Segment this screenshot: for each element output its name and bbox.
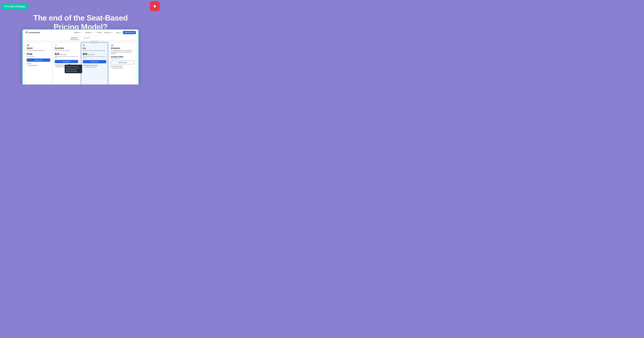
nav-solutions[interactable]: Solutions ▾ xyxy=(84,31,95,34)
essentials-icon: ⚡ xyxy=(55,44,78,46)
svg-rect-3 xyxy=(27,32,28,33)
check-icon: ✓ xyxy=(27,65,28,66)
enterprise-price: Contact Sales xyxy=(111,56,134,58)
nav-pricing[interactable]: Pricing xyxy=(96,31,103,34)
pro-feature-0: ✓ Unlimited feedback notes xyxy=(83,66,106,68)
starter-feature-0: ✓ 50 feedback notes xyxy=(27,65,50,66)
essentials-price-unit: maker/month xyxy=(60,54,67,55)
headline-line1: The end of the Seat-Based xyxy=(0,14,161,22)
pro-price-unit: maker/month xyxy=(88,54,95,55)
essentials-feature-text-0: 250 feedback notes xyxy=(56,66,66,68)
starter-price: Free xyxy=(27,52,50,56)
starter-includes: Includes xyxy=(27,63,50,64)
browser-window: productboard Platform ▾ Solutions ▾ Pric… xyxy=(22,29,139,84)
pro-desc: Align teams to drive real business outco… xyxy=(83,50,106,52)
enterprise-feature-0: ✓ Unlimited Teamspaces xyxy=(111,67,134,69)
pro-price: $59 maker/month xyxy=(83,52,106,56)
nav-resources[interactable]: Resources ▾ xyxy=(103,31,115,34)
logo-text: productboard xyxy=(29,32,40,34)
logo-icon xyxy=(25,31,28,34)
enterprise-desc: For organizations to securely and scalab… xyxy=(111,50,134,54)
essentials-price-note: Billed annually, or $25 billed monthly, … xyxy=(55,56,78,58)
flame-icon xyxy=(152,4,158,9)
starter-feature-text-0: 50 feedback notes xyxy=(28,65,37,66)
navbar: productboard Platform ▾ Solutions ▾ Pric… xyxy=(22,30,138,36)
pro-icon: 🔥 xyxy=(83,44,106,46)
nav-cta-button[interactable]: Start free trial xyxy=(123,31,136,34)
starter-name: Starter xyxy=(27,47,50,49)
badge-label: Pricing strategy xyxy=(4,5,25,8)
enterprise-includes: Everything in Pro, plus xyxy=(111,66,134,67)
plan-pro: Most popular 🔥 Pro Align teams to drive … xyxy=(81,42,108,84)
check-icon: ✓ xyxy=(55,66,56,68)
pro-name: Pro xyxy=(83,47,106,49)
pro-price-amount: $59 xyxy=(83,52,87,56)
starter-icon: 🚀 xyxy=(27,44,50,46)
essentials-price: $19 maker/month xyxy=(55,52,78,56)
essentials-cta-button[interactable]: Start free trial xyxy=(55,60,78,63)
svg-rect-2 xyxy=(26,32,26,33)
check-icon: ✓ xyxy=(83,66,84,68)
svg-rect-0 xyxy=(26,32,26,32)
enterprise-cta-button[interactable]: Request demo xyxy=(111,61,134,64)
plan-starter: 🚀 Starter Get started building better pr… xyxy=(25,42,52,84)
tooltip-text: Makers have full access to edit, update,… xyxy=(66,66,80,72)
tab-monthly[interactable]: Monthly ▾ xyxy=(70,36,79,40)
nav-links: Platform ▾ Solutions ▾ Pricing Resources… xyxy=(73,31,115,34)
pro-cta-button[interactable]: Start free trial xyxy=(83,60,106,63)
essentials-tooltip: Makers have full access to edit, update,… xyxy=(65,65,82,73)
pro-feature-text-0: Unlimited feedback notes xyxy=(84,66,96,68)
starter-cta-button[interactable]: Start free trial xyxy=(27,58,50,62)
starter-price-note: Free for everyone xyxy=(27,56,50,57)
tab-bar: Monthly ▾ Annual ▾ xyxy=(22,36,138,40)
pro-price-note: Billed annually, or $75 billed monthly, … xyxy=(83,56,106,59)
enterprise-price-label: Contact Sales xyxy=(111,56,124,58)
plan-essentials: ⚡ Essentials Prioritize what your custom… xyxy=(53,42,80,84)
essentials-price-amount: $19 xyxy=(55,52,59,56)
enterprise-price-note: Starts with 5 makers xyxy=(111,58,134,60)
enterprise-icon: 🏢 xyxy=(111,44,134,46)
pricing-cards-area: 🚀 Starter Get started building better pr… xyxy=(22,40,138,84)
enterprise-name: Enterprise xyxy=(111,47,134,49)
starter-desc: Get started building better products xyxy=(27,50,50,51)
pricing-strategy-badge: Pricing strategy xyxy=(2,3,28,10)
pro-includes: Everything in Essentials, plus xyxy=(83,65,106,66)
essentials-desc: Prioritize what your customers xyxy=(55,50,78,51)
plan-enterprise: 🏢 Enterprise For organizations to secure… xyxy=(109,42,136,84)
tab-annual[interactable]: Annual ▾ xyxy=(83,36,91,40)
nav-platform[interactable]: Platform ▾ xyxy=(73,31,84,34)
starter-price-label: Free xyxy=(27,52,32,56)
check-icon: ✓ xyxy=(111,67,112,69)
nav-logo: productboard xyxy=(25,31,40,34)
headline: The end of the Seat-Based Pricing Model? xyxy=(0,14,161,31)
enterprise-feature-text-0: Unlimited Teamspaces xyxy=(112,67,123,68)
brand-icon xyxy=(150,1,160,11)
most-popular-badge: Most popular xyxy=(90,41,99,43)
svg-rect-1 xyxy=(27,32,28,32)
essentials-name: Essentials xyxy=(55,47,78,49)
nav-signin[interactable]: Sign in xyxy=(115,31,122,34)
